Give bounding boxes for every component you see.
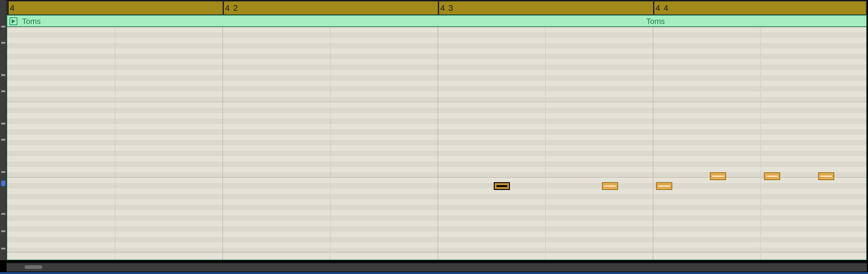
- sub-gridline: [761, 27, 761, 260]
- pitch-row: [7, 205, 866, 210]
- pitch-row: [7, 151, 866, 156]
- ruler-beat-tick: [223, 1, 224, 14]
- pitch-row: [7, 86, 866, 92]
- ruler-beat-tick: [438, 1, 439, 14]
- pitch-row: [7, 178, 866, 183]
- pitch-row: [7, 65, 866, 70]
- ruler-beat-label: 4 3: [440, 3, 454, 13]
- key-gutter-mark: [1, 26, 5, 28]
- midi-note[interactable]: [602, 182, 618, 190]
- svg-marker-0: [12, 19, 15, 23]
- pitch-row: [7, 215, 866, 221]
- key-gutter-mark: [1, 139, 5, 141]
- beat-gridline: [222, 27, 223, 260]
- pitch-row: [7, 232, 866, 237]
- pitch-row: [7, 140, 866, 145]
- sub-gridline: [115, 27, 115, 260]
- pitch-row: [7, 210, 866, 215]
- pitch-row: [7, 134, 866, 140]
- pitch-row: [7, 194, 866, 199]
- key-gutter-mark: [1, 213, 5, 215]
- clip-play-button[interactable]: [9, 17, 17, 25]
- beat-gridline: [653, 27, 653, 260]
- midi-note[interactable]: [656, 182, 672, 190]
- pitch-row: [7, 188, 866, 194]
- horizontal-scrollbar-thumb[interactable]: [25, 265, 42, 269]
- pitch-row: [7, 167, 866, 172]
- pitch-group-separator: [7, 27, 866, 28]
- play-icon: [11, 19, 16, 23]
- pitch-row: [7, 199, 866, 205]
- ruler-beat-label: 4 4: [655, 3, 669, 13]
- window-bottom-accent: [0, 272, 868, 274]
- pitch-row: [7, 81, 866, 86]
- key-gutter-mark: [1, 74, 5, 76]
- pitch-row: [7, 49, 866, 54]
- pitch-row: [7, 113, 866, 118]
- ruler-beat-label: 4 2: [225, 3, 239, 13]
- pitch-row: [7, 32, 866, 38]
- key-gutter-mark: [1, 171, 5, 173]
- midi-note-editor[interactable]: [7, 27, 867, 260]
- key-gutter-mark: [1, 123, 5, 124]
- clip-name-left: Toms: [22, 17, 41, 26]
- clip-name-right: Toms: [646, 17, 665, 26]
- pitch-row: [7, 75, 866, 81]
- pitch-row: [7, 237, 866, 242]
- pitch-row: [7, 118, 866, 124]
- ruler-bar-label: 4: [10, 3, 15, 13]
- pitch-row: [7, 124, 866, 129]
- midi-note[interactable]: [710, 172, 726, 180]
- pitch-row: [7, 70, 866, 75]
- pitch-group-separator: [7, 177, 866, 178]
- pitch-row: [7, 242, 866, 248]
- pitch-row: [7, 145, 866, 151]
- pitch-row: [7, 156, 866, 161]
- pitch-row: [7, 129, 866, 134]
- midi-note[interactable]: [764, 172, 780, 180]
- pitch-row: [7, 226, 866, 232]
- pitch-group-separator: [7, 102, 866, 102]
- midi-note[interactable]: [494, 182, 510, 190]
- midi-note[interactable]: [818, 172, 834, 180]
- pitch-row: [7, 102, 866, 108]
- beat-gridline: [438, 27, 438, 260]
- ruler-beat-tick: [653, 1, 654, 14]
- timeline-ruler[interactable]: 4 4 24 34 4: [7, 1, 867, 15]
- pitch-row: [7, 27, 866, 32]
- sub-gridline: [545, 27, 546, 260]
- pitch-row: [7, 221, 866, 226]
- clip-header[interactable]: Toms Toms: [7, 15, 867, 27]
- sub-gridline: [330, 27, 331, 260]
- pitch-row: [7, 54, 866, 59]
- key-gutter-mark: [1, 90, 5, 92]
- pitch-row: [7, 108, 866, 113]
- piano-roll-key-gutter[interactable]: [0, 0, 7, 260]
- key-gutter-mark: [1, 248, 5, 249]
- pitch-row: [7, 43, 866, 49]
- pitch-row: [7, 38, 866, 43]
- key-gutter-mark: [1, 42, 5, 44]
- key-gutter-mark: [1, 230, 5, 232]
- pitch-row: [7, 161, 866, 167]
- pitch-row: [7, 92, 866, 97]
- pitch-row: [7, 183, 866, 188]
- pitch-group-separator: [7, 252, 866, 252]
- key-gutter-active-row: [1, 181, 5, 186]
- pitch-row: [7, 59, 866, 65]
- horizontal-scrollbar-track[interactable]: [7, 263, 867, 272]
